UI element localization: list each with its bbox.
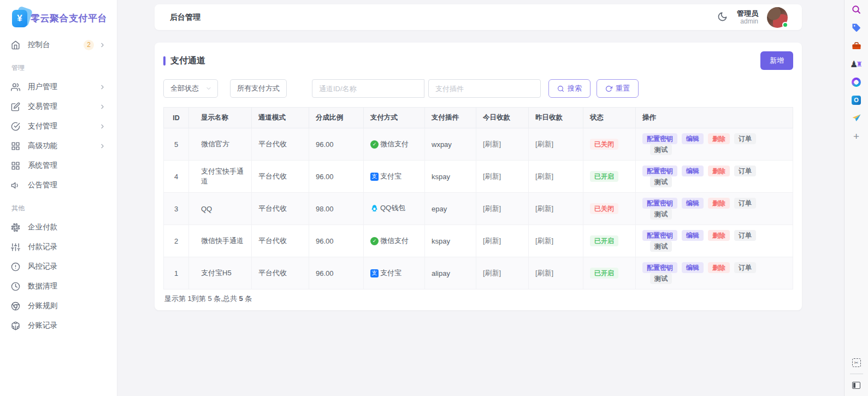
edit-button[interactable]: 编辑 — [682, 166, 704, 176]
refresh-yesterday-link[interactable]: [刷新] — [535, 140, 553, 148]
plugin-input[interactable] — [428, 79, 541, 98]
configure-key-button[interactable]: 配置密钥 — [642, 262, 677, 273]
edit-button[interactable]: 编辑 — [682, 133, 704, 144]
cell-id: 3 — [164, 193, 189, 225]
home-icon — [11, 40, 20, 50]
cell-channel-mode: 平台代收 — [252, 257, 309, 289]
sidebar-item-label: 付款记录 — [28, 242, 106, 252]
refresh-today-link[interactable]: [刷新] — [483, 204, 501, 212]
online-status-dot — [782, 22, 788, 28]
test-button[interactable]: 测试 — [650, 144, 672, 155]
refresh-yesterday-link[interactable]: [刷新] — [535, 237, 553, 245]
sidebar-item-split-records[interactable]: 分账记录 — [0, 316, 117, 335]
orders-button[interactable]: 订单 — [734, 230, 756, 241]
delete-button[interactable]: 删除 — [708, 198, 730, 209]
sidebar-item-system-management[interactable]: 系统管理 — [0, 156, 117, 175]
refresh-today-link[interactable]: [刷新] — [483, 237, 501, 245]
cell-payment-method: ✓微信支付 — [364, 128, 425, 161]
chrome-icon — [11, 302, 20, 311]
edit-button[interactable]: 编辑 — [682, 230, 704, 241]
snip-icon[interactable]: ✂ — [851, 357, 862, 368]
test-button[interactable]: 测试 — [650, 209, 672, 220]
sidebar-item-console[interactable]: 控制台 2 — [0, 35, 117, 55]
table-row: 3 QQ 平台代收 98.00 QQ钱包 epay [刷新] [刷新] 已关闭 … — [164, 193, 793, 225]
cell-payment-method: 支支付宝 — [364, 161, 425, 193]
chess-icon[interactable]: ♟♜ — [851, 58, 862, 69]
delete-button[interactable]: 删除 — [708, 133, 730, 144]
orders-button[interactable]: 订单 — [734, 198, 756, 209]
cell-channel-mode: 平台代收 — [252, 193, 309, 225]
dark-mode-toggle[interactable] — [716, 11, 728, 23]
page-title: 后台管理 — [170, 13, 200, 22]
status-badge: 已关闭 — [590, 203, 618, 214]
test-button[interactable]: 测试 — [650, 241, 672, 252]
add-tab-icon[interactable]: + — [851, 131, 862, 141]
add-button[interactable]: 新增 — [760, 51, 793, 70]
refresh-today-link[interactable]: [刷新] — [483, 172, 501, 180]
payment-method-select[interactable]: 所有支付方式 — [230, 79, 287, 98]
telegram-icon[interactable] — [851, 113, 862, 123]
brand-logo-icon: ¥ — [12, 9, 24, 27]
search-icon — [557, 85, 564, 92]
sidebar-item-label: 数据清理 — [28, 281, 106, 291]
configure-key-button[interactable]: 配置密钥 — [642, 133, 677, 144]
chevron-right-icon — [99, 84, 106, 91]
sidebar-item-transaction-management[interactable]: 交易管理 — [0, 97, 117, 116]
refresh-yesterday-link[interactable]: [刷新] — [535, 269, 553, 277]
cell-split-ratio: 96.00 — [309, 161, 364, 193]
sidebar-item-data-cleanup[interactable]: 数据清理 — [0, 276, 117, 296]
edit-button[interactable]: 编辑 — [682, 262, 704, 273]
cell-actions: 配置密钥编辑删除订单测试 — [636, 257, 793, 289]
avatar[interactable] — [767, 7, 788, 28]
refresh-yesterday-link[interactable]: [刷新] — [535, 204, 553, 212]
payment-channels-panel: 支付通道 新增 全部状态 所有支付方式 搜索 — [155, 43, 802, 310]
channel-id-input[interactable] — [312, 79, 424, 98]
panel-toggle-icon[interactable] — [851, 380, 862, 391]
sidebar-item-risk-records[interactable]: 风控记录 — [0, 257, 117, 276]
cell-split-ratio: 96.00 — [309, 128, 364, 161]
orders-button[interactable]: 订单 — [734, 166, 756, 176]
delete-button[interactable]: 删除 — [708, 166, 730, 176]
sidebar-item-split-rules[interactable]: 分账规则 — [0, 296, 117, 316]
sidebar-item-user-management[interactable]: 用户管理 — [0, 77, 117, 97]
console-count-badge: 2 — [84, 40, 94, 50]
status-badge: 已开启 — [590, 268, 618, 279]
outlook-icon[interactable]: O — [851, 94, 862, 105]
refresh-today-link[interactable]: [刷新] — [483, 140, 501, 148]
wechat-pay-icon: ✓ — [370, 237, 379, 245]
sidebar-item-enterprise-payment[interactable]: 企业付款 — [0, 217, 117, 237]
delete-button[interactable]: 删除 — [708, 262, 730, 273]
configure-key-button[interactable]: 配置密钥 — [642, 166, 677, 176]
orders-button[interactable]: 订单 — [734, 262, 756, 273]
test-button[interactable]: 测试 — [650, 176, 672, 187]
copilot-loop-icon[interactable] — [851, 76, 862, 87]
panel-title: 支付通道 — [163, 55, 205, 67]
sidebar-item-advanced-features[interactable]: 高级功能 — [0, 136, 117, 156]
tag-icon[interactable] — [851, 22, 862, 33]
channels-table: ID 显示名称 通道模式 分成比例 支付方式 支付插件 今日收款 昨日收款 状态… — [163, 107, 793, 289]
cell-id: 5 — [164, 128, 189, 161]
edit-button[interactable]: 编辑 — [682, 198, 704, 209]
sidebar-item-label: 公告管理 — [28, 180, 106, 190]
sidebar-item-payment-management[interactable]: 支付管理 — [0, 116, 117, 136]
cell-plugin: kspay — [425, 225, 476, 257]
status-select[interactable]: 全部状态 — [163, 79, 218, 98]
sidebar-section-label: 其他 — [0, 195, 117, 217]
toolbox-icon[interactable] — [851, 40, 862, 51]
refresh-yesterday-link[interactable]: [刷新] — [535, 172, 553, 180]
cell-display-name: 支付宝H5 — [189, 257, 252, 289]
pagination-summary: 显示第 1到第 5 条,总共 5 条 — [163, 289, 793, 306]
configure-key-button[interactable]: 配置密钥 — [642, 198, 677, 209]
test-button[interactable]: 测试 — [650, 273, 672, 284]
refresh-today-link[interactable]: [刷新] — [483, 269, 501, 277]
cell-display-name: 微信快手通道 — [189, 225, 252, 257]
configure-key-button[interactable]: 配置密钥 — [642, 230, 677, 241]
delete-button[interactable]: 删除 — [708, 230, 730, 241]
sidebar-item-payment-records[interactable]: 付款记录 — [0, 237, 117, 257]
sidebar-item-label: 分账规则 — [28, 301, 106, 311]
orders-button[interactable]: 订单 — [734, 133, 756, 144]
sidebar-item-announcement-management[interactable]: 公告管理 — [0, 175, 117, 195]
search-icon[interactable] — [851, 4, 862, 15]
search-button[interactable]: 搜索 — [548, 79, 591, 98]
reset-button[interactable]: 重置 — [597, 79, 639, 98]
